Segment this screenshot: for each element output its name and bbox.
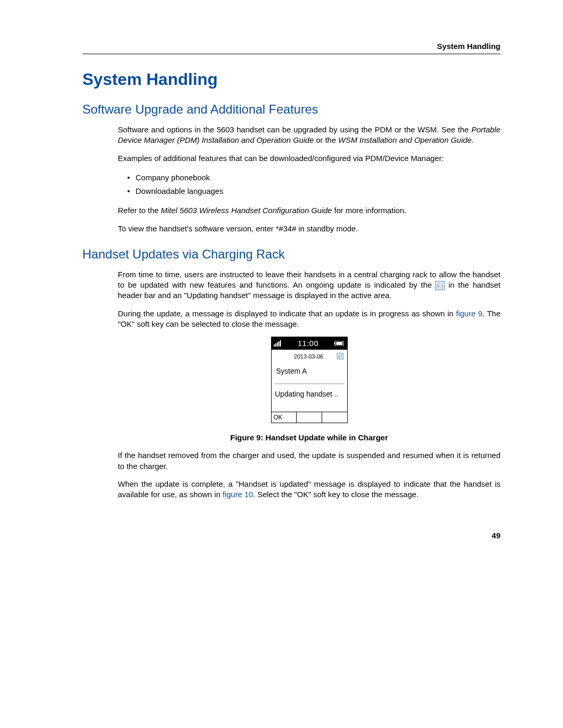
list-item: Downloadable languages (127, 184, 500, 198)
text: . Select the "OK" soft key to close the … (253, 490, 418, 499)
text: . (472, 135, 474, 144)
text: for more information. (332, 206, 407, 215)
sync-icon: ↓↑ (337, 353, 344, 360)
handset-body: 2013-03-06 ↓↑ System A Updating handset … (272, 350, 347, 412)
handset-system-name: System A (274, 361, 345, 384)
paragraph: Refer to the Mitel 5603 Wireless Handset… (118, 205, 500, 216)
running-header: System Handling (82, 42, 500, 54)
page-title: System Handling (82, 70, 500, 89)
paragraph: When the update is complete, a "Handset … (118, 479, 500, 500)
softkey-middle[interactable] (296, 412, 322, 423)
section-heading-2: Handset Updates via Charging Rack (82, 247, 500, 262)
handset-time: 11:00 (298, 338, 319, 349)
section-1-body: Software and options in the 5603 handset… (118, 125, 500, 234)
text: Software and options in the 5603 handset… (118, 125, 471, 134)
doc-reference: Mitel 5603 Wireless Handset Configuratio… (161, 206, 332, 215)
list-item: Company phonebook (127, 171, 500, 184)
document-page: System Handling System Handling Software… (0, 0, 563, 571)
svg-rect-1 (275, 343, 276, 347)
paragraph: To view the handset's software version, … (118, 224, 500, 234)
text: Refer to the (118, 206, 161, 215)
paragraph: From time to time, users are instructed … (118, 269, 500, 301)
handset-date-row: 2013-03-06 ↓↑ (274, 352, 345, 361)
figure-reference[interactable]: figure 9 (456, 309, 483, 318)
page-number: 49 (82, 531, 500, 540)
battery-icon (334, 341, 345, 346)
figure-caption: Figure 9: Handset Update while in Charge… (118, 433, 500, 443)
svg-rect-6 (334, 342, 335, 344)
paragraph: Software and options in the 5603 handset… (118, 125, 500, 146)
handset-figure: 11:00 2013-03-06 ↓↑ System A Updating ha… (271, 337, 348, 423)
handset-update-message: Updating handset .. (274, 384, 345, 412)
signal-icon (274, 340, 282, 347)
softkey-ok[interactable]: OK (272, 412, 297, 423)
section-2-body: From time to time, users are instructed … (118, 269, 500, 500)
doc-reference: WSM Installation and Operation Guide (338, 135, 472, 144)
handset-date: 2013-03-06 (294, 353, 323, 361)
paragraph: If the handset removed from the charger … (118, 450, 500, 472)
svg-rect-4 (280, 340, 281, 347)
svg-rect-3 (278, 341, 279, 347)
figure-reference[interactable]: figure 10 (223, 490, 253, 499)
svg-rect-0 (274, 344, 275, 347)
handset-status-bar: 11:00 (272, 337, 347, 350)
softkey-right[interactable] (322, 412, 347, 423)
text: During the update, a message is displaye… (118, 309, 456, 318)
feature-list: Company phonebook Downloadable languages (127, 171, 500, 199)
svg-rect-7 (336, 342, 342, 345)
section-heading-1: Software Upgrade and Additional Features (82, 102, 500, 117)
svg-rect-2 (277, 342, 278, 347)
sync-icon: ↓↑ (435, 281, 445, 290)
paragraph: During the update, a message is displaye… (118, 309, 500, 330)
handset-softkeys: OK (272, 412, 347, 423)
text: or the (314, 135, 338, 144)
paragraph: Examples of additional features that can… (118, 153, 500, 164)
